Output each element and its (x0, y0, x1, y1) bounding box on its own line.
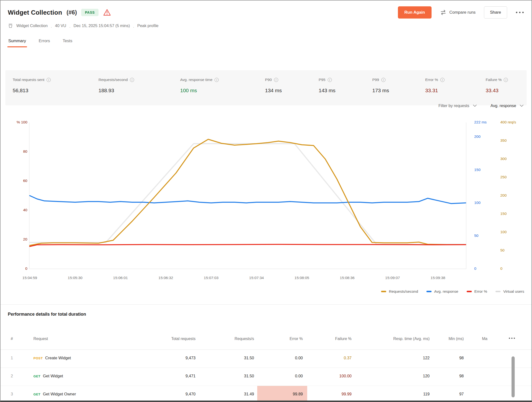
compare-arrows-icon (440, 10, 447, 15)
run-number: (#6) (67, 9, 77, 16)
rps-axis-tick: 300 (500, 157, 507, 161)
stat-p90: P90i134 ms (265, 78, 282, 93)
table-options-icon[interactable] (509, 338, 515, 339)
tab-bar: SummaryErrorsTests (8, 37, 73, 47)
rps-axis-tick: 400 req/s (500, 120, 516, 124)
separator-dot: . (51, 24, 52, 28)
info-icon[interactable]: i (215, 78, 219, 82)
tab-summary[interactable]: Summary (8, 37, 27, 47)
table-row[interactable]: 1POSTCreate Widget9,47331.500.000.371229… (0, 350, 532, 368)
stat-label: Avg. response timei (180, 78, 219, 82)
stat-label-text: Requests/second (99, 78, 128, 82)
info-icon[interactable]: i (440, 78, 444, 82)
x-axis-tick: 15:04:59 (15, 276, 44, 280)
info-icon[interactable]: i (274, 78, 278, 82)
x-axis-tick: 15:08:05 (287, 276, 316, 280)
run-meta-item: Peak profile (137, 23, 158, 28)
chevron-down-icon (520, 104, 524, 107)
collection-icon (8, 23, 13, 28)
info-icon[interactable]: i (130, 78, 134, 82)
series-line-requests-second (30, 139, 466, 245)
table-row[interactable]: 2GETGet Widget9,47131.500.00100.0012098 (0, 368, 532, 386)
info-icon[interactable]: i (381, 78, 385, 82)
run-again-button[interactable]: Run Again (398, 6, 432, 19)
row-index: 1 (11, 356, 13, 360)
legend-swatch-icon (381, 291, 386, 292)
status-badge: PASS (81, 9, 98, 16)
legend-swatch-icon (467, 291, 472, 292)
stat-label: Requests/secondi (99, 78, 134, 82)
stat-label-text: Total requests sent (13, 78, 44, 82)
stat-value: 33.31 (425, 88, 444, 93)
column-header-ma[interactable]: Ma (482, 337, 487, 341)
ms-axis-tick: 0 (474, 266, 476, 271)
column-header--[interactable]: # (11, 337, 13, 341)
rps-axis-tick: 150 (500, 211, 507, 216)
series-line-error- (30, 244, 466, 246)
legend-item-avg-response[interactable]: Avg. response (426, 289, 458, 294)
rps-axis-tick: 100 (500, 230, 507, 234)
method-badge: GET (33, 374, 40, 378)
warning-icon[interactable] (103, 9, 111, 16)
legend-item-requests-second[interactable]: Requests/second (381, 289, 418, 294)
rps-axis-tick: 0 (500, 266, 502, 271)
filter-dropdown-label: Filter by requests (438, 103, 469, 108)
x-axis-tick: 15:09:38 (423, 276, 453, 280)
column-header-min-ms-[interactable]: Min (ms) (317, 337, 464, 341)
rps-axis-tick: 50 (500, 248, 504, 252)
stats-bar: Total requests senti56,813Requests/secon… (5, 70, 527, 105)
series-line-virtual-users (30, 144, 466, 244)
stat-value: 33.43 (486, 88, 508, 93)
stat-error-: Error %i33.31 (425, 78, 444, 93)
section-divider (0, 304, 532, 305)
share-button[interactable]: Share (484, 6, 507, 19)
header: Widget Collection (#6) PASS Run Again (8, 5, 524, 20)
column-header-request[interactable]: Request (33, 337, 48, 341)
ms-axis-tick: 150 (474, 168, 481, 172)
legend-item-virtual-users[interactable]: Virtual users (495, 289, 524, 294)
compare-runs-button[interactable]: Compare runs (440, 10, 476, 15)
table-scrollbar[interactable] (512, 356, 515, 397)
table-row[interactable]: 3GETGet Widget Owner9,47031.4999.8999.99… (0, 386, 532, 402)
stat-p95: P95i143 ms (319, 78, 335, 93)
filter-by-requests-dropdown[interactable]: Filter by requests (438, 103, 477, 108)
left-axis-tick: 60 (7, 179, 27, 183)
info-icon[interactable]: i (504, 78, 508, 82)
legend-label: Error % (474, 289, 487, 294)
method-badge: POST (33, 356, 43, 360)
chart-legend: Requests/secondAvg. responseError %Virtu… (381, 289, 524, 294)
rps-axis-tick: 350 (500, 138, 507, 143)
legend-label: Avg. response (434, 289, 458, 294)
stat-value: 56,813 (13, 88, 51, 93)
info-icon[interactable]: i (328, 78, 332, 82)
stat-label-text: P95 (319, 78, 325, 82)
legend-swatch-icon (495, 291, 501, 292)
x-axis-tick: 15:06:01 (106, 276, 135, 280)
performance-run-page: Widget Collection (#6) PASS Run Again (0, 0, 532, 402)
stat-label: Total requests senti (13, 78, 51, 82)
legend-item-error-[interactable]: Error % (467, 289, 487, 294)
min-ms-cell: 98 (317, 374, 464, 378)
rps-axis-tick: 250 (500, 175, 507, 179)
more-options-icon[interactable] (515, 10, 524, 15)
stat-label: P95i (319, 78, 335, 82)
left-axis-tick: 80 (7, 149, 27, 154)
metric-dropdown[interactable]: Avg. response (491, 103, 524, 108)
stat-label: Failure %i (486, 78, 508, 82)
stat-avg-response-time: Avg. response timei100 ms (180, 78, 219, 93)
left-axis-tick: 20 (7, 237, 27, 241)
stat-label: P99i (372, 78, 389, 82)
run-meta-item: Dec 15, 2025 15:04:57 (5 mins) (74, 23, 130, 28)
left-axis-tick: % 100 (7, 120, 27, 124)
tab-errors[interactable]: Errors (38, 37, 50, 47)
left-axis-tick: 40 (7, 208, 27, 212)
separator-dot: . (133, 24, 134, 28)
ms-axis-tick: 100 (474, 201, 481, 205)
legend-label: Virtual users (503, 289, 524, 294)
tab-tests[interactable]: Tests (62, 37, 73, 47)
x-axis-tick: 15:06:32 (151, 276, 180, 280)
table-title: Performance details for total duration (8, 312, 86, 317)
info-icon[interactable]: i (47, 78, 51, 82)
stat-value: 134 ms (265, 88, 282, 93)
breadcrumb: Widget Collection.40 VU.Dec 15, 2025 15:… (8, 22, 158, 29)
